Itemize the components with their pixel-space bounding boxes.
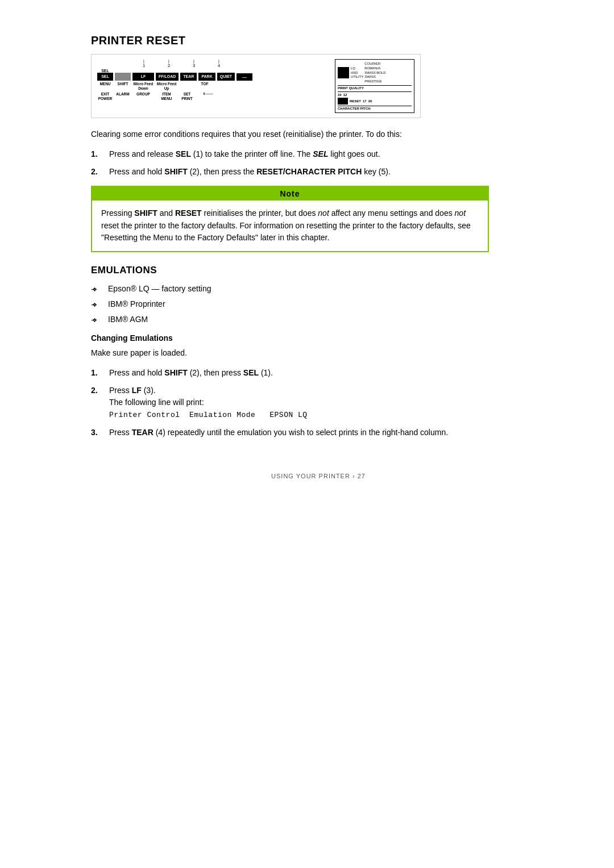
emulation-step-2: 2. Press LF (3). The following line will… bbox=[91, 385, 489, 421]
quality-box bbox=[338, 67, 349, 78]
quality-lines: LQHSDUTILITY bbox=[351, 66, 363, 80]
page-footer: USING YOUR PRINTER › 27 bbox=[91, 473, 546, 479]
emul-step-num-2: 2. bbox=[91, 385, 100, 421]
emulation-label-2: IBM® Proprinter bbox=[108, 298, 165, 310]
emul-step-1-text: Press and hold SHIFT (2), then press SEL… bbox=[109, 367, 273, 379]
printer-reset-step-1: 1. Press and release SEL (1) to take the… bbox=[91, 148, 489, 160]
alarm-label: ALARM bbox=[115, 92, 131, 102]
font-names: COURIERROMAN/ASWISS BOLDSWISSPRESTIGE bbox=[364, 62, 385, 84]
emulation-item-2: ···❖ IBM® Proprinter bbox=[91, 298, 489, 310]
printer-reset-steps: 1. Press and release SEL (1) to take the… bbox=[91, 148, 489, 178]
diagram-numbers: 1 2 3 4 bbox=[131, 59, 330, 68]
bullet-arrow-3: ···❖ bbox=[91, 316, 102, 324]
quiet-button: QUIET bbox=[217, 73, 235, 81]
dash-label: — bbox=[237, 73, 252, 81]
emulation-label-3: IBM® AGM bbox=[108, 314, 148, 326]
set-print-label: SETPRINT bbox=[179, 92, 195, 102]
ffload-button: FF/LOAD bbox=[156, 73, 179, 81]
note-body: Pressing SHIFT and RESET reinitialises t… bbox=[92, 201, 488, 251]
microfeed-up-label: Micro FeedUp bbox=[156, 82, 177, 91]
print-quality-label: PRINT QUALITY bbox=[338, 85, 412, 90]
emul-step-num-1: 1. bbox=[91, 367, 100, 379]
step-1-text: Press and release SEL (1) to take the pr… bbox=[109, 148, 380, 160]
reset-box bbox=[338, 98, 348, 105]
group-label: GROUP bbox=[132, 92, 154, 102]
bullet-arrow-1: ···❖ bbox=[91, 285, 102, 294]
make-sure-text: Make sure paper is loaded. bbox=[91, 347, 489, 359]
pitch-num-20: 20 bbox=[368, 99, 372, 103]
changing-emulations-title: Changing Emulations bbox=[91, 333, 546, 343]
emulation-step-1: 1. Press and hold SHIFT (2), then press … bbox=[91, 367, 489, 379]
emulation-label-1: Epson® LQ — factory setting bbox=[108, 283, 211, 295]
print-quality-panel: LQHSDUTILITY COURIERROMAN/ASWISS BOLDSWI… bbox=[335, 59, 414, 113]
sel-top-label: SEL bbox=[101, 69, 109, 73]
park-button: PARK bbox=[198, 73, 215, 81]
emul-step-num-3: 3. bbox=[91, 427, 100, 439]
reset-label: RESET bbox=[350, 99, 361, 103]
microfeed-down-label: Micro FeedDown bbox=[132, 82, 154, 91]
sel-button: SEL bbox=[97, 73, 113, 81]
shift-label: SHIFT bbox=[115, 82, 131, 91]
diagram-num-2: 2 bbox=[156, 59, 181, 68]
pitch-num-12: 12 bbox=[343, 93, 347, 97]
tear-button: TEAR bbox=[180, 73, 197, 81]
emulation-step-3: 3. Press TEAR (4) repeatedly until the e… bbox=[91, 427, 489, 439]
quality-section: LQHSDUTILITY COURIERROMAN/ASWISS BOLDSWI… bbox=[338, 62, 412, 90]
item-menu-label: ITEMMENU bbox=[156, 92, 177, 102]
pitch-num-17: 17 bbox=[363, 99, 367, 103]
diagram-num-4: 4 bbox=[206, 59, 231, 68]
five-label: 5 —— bbox=[197, 92, 219, 102]
printer-reset-title: PRINTER RESET bbox=[91, 34, 546, 47]
step-num-1: 1. bbox=[91, 148, 100, 160]
char-pitch-label: CHARACTER PITCH bbox=[338, 106, 412, 110]
note-header: Note bbox=[92, 187, 488, 201]
pitch-num-10: 10 bbox=[338, 93, 342, 97]
step-2-text: Press and hold SHIFT (2), then press the… bbox=[109, 166, 391, 178]
note-box: Note Pressing SHIFT and RESET reinitiali… bbox=[91, 186, 489, 252]
printer-control-line: Printer Control Emulation Mode EPSON LQ bbox=[109, 411, 308, 419]
diagram-num-1: 1 bbox=[131, 59, 156, 68]
tof-label: TOF bbox=[197, 82, 213, 91]
emulation-item-3: ···❖ IBM® AGM bbox=[91, 314, 489, 326]
lf-button: LF bbox=[132, 73, 154, 81]
bullet-arrow-2: ···❖ bbox=[91, 301, 102, 309]
printer-diagram: 1 2 3 4 SEL SEL LF FF/LOAD bbox=[91, 54, 546, 118]
blank-button bbox=[115, 73, 131, 81]
emul-step-2-text: Press LF (3). The following line will pr… bbox=[109, 385, 308, 421]
emul-step-3-text: Press TEAR (4) repeatedly until the emul… bbox=[109, 427, 448, 439]
diagram-num-3: 3 bbox=[181, 59, 206, 68]
printer-reset-step-2: 2. Press and hold SHIFT (2), then press … bbox=[91, 166, 489, 178]
blank-label bbox=[179, 82, 195, 91]
step-num-2: 2. bbox=[91, 166, 100, 178]
emulations-list: ···❖ Epson® LQ — factory setting ···❖ IB… bbox=[91, 283, 489, 326]
emulation-steps: 1. Press and hold SHIFT (2), then press … bbox=[91, 367, 489, 439]
exit-power-label: EXITPOWER bbox=[97, 92, 113, 102]
menu-label: MENU bbox=[97, 82, 113, 91]
emulation-item-1: ···❖ Epson® LQ — factory setting bbox=[91, 283, 489, 295]
printer-reset-intro: Clearing some error conditions requires … bbox=[91, 128, 489, 140]
emulations-title: EMULATIONS bbox=[91, 265, 546, 276]
pitch-section: 10 12 RESET 17 20 CHARACTER PITCH bbox=[338, 91, 412, 110]
